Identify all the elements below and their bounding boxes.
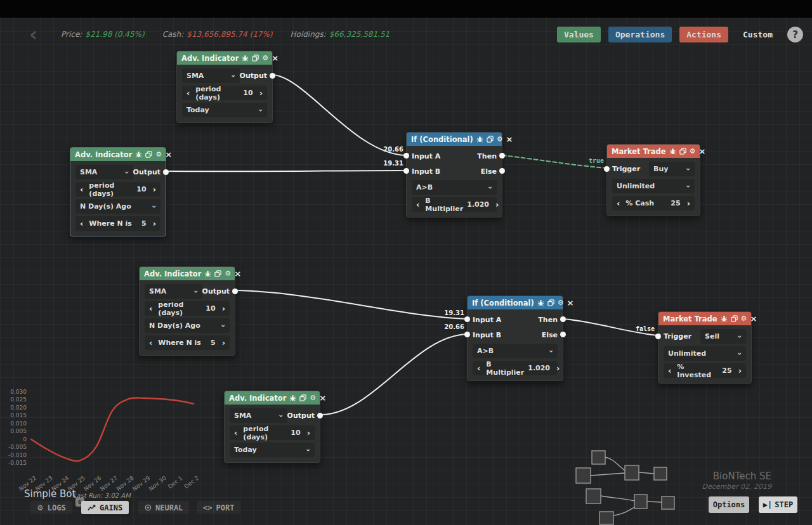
node-if-conditional-1[interactable]: If (Conditional) ⚙ × Input A Then Input … [406,132,502,217]
step-button[interactable]: ▶| STEP [759,496,797,513]
duplicate-icon[interactable] [679,148,686,155]
tab-values[interactable]: Values [557,27,601,42]
node-header[interactable]: If (Conditional) ⚙ × [468,296,563,309]
debug-icon[interactable] [476,136,483,143]
trigger-port[interactable] [604,166,610,172]
neural-button[interactable]: NEURAL [138,501,189,514]
else-port[interactable] [499,168,505,174]
chevron-left-icon[interactable]: ‹ [187,87,190,100]
indicator-select[interactable]: SMA › [230,408,287,423]
node-header[interactable]: Adv. Indicator ⚙ × [140,267,235,280]
input-a-port[interactable] [464,316,470,322]
duplicate-icon[interactable] [145,151,152,159]
period-stepper[interactable]: ‹ period (days) 10 › [145,301,230,316]
period-stepper[interactable]: ‹ period (days) 10 › [230,425,315,440]
back-button[interactable]: ‹ [29,24,37,44]
node-adv-indicator-4[interactable]: Adv. Indicator ⚙ × SMA › Output ‹ period… [224,391,320,463]
debug-icon[interactable] [204,270,211,278]
amount-stepper[interactable]: ‹ % Invested 25 › [664,363,746,378]
close-icon[interactable]: × [698,148,705,155]
chevron-right-icon[interactable]: › [153,183,156,196]
output-port[interactable] [232,288,238,294]
close-icon[interactable]: × [165,151,172,159]
node-adv-indicator-2[interactable]: Adv. Indicator ⚙ × SMA › Output ‹ period… [70,147,166,237]
chevron-left-icon[interactable]: ‹ [80,217,83,230]
close-icon[interactable]: × [506,136,513,143]
chevron-right-icon[interactable]: › [153,217,156,230]
timeframe-select[interactable]: Today › [182,103,267,117]
timeframe-select[interactable]: N Day(s) Ago › [145,318,230,333]
chevron-left-icon[interactable]: ‹ [668,365,671,377]
chevron-right-icon[interactable]: › [307,427,310,439]
close-icon[interactable]: × [750,315,757,323]
chevron-right-icon[interactable]: › [495,198,499,211]
chevron-right-icon[interactable]: › [738,365,742,377]
output-port[interactable] [270,73,275,79]
logs-button[interactable]: ⚙ LOGS [30,501,72,514]
debug-icon[interactable] [721,315,728,323]
close-icon[interactable]: × [234,270,241,278]
debug-icon[interactable] [289,394,296,402]
node-adv-indicator-1[interactable]: Adv. Indicator ⚙ × SMA › Output ‹ period… [176,51,273,123]
tab-operations[interactable]: Operations [608,27,672,42]
input-b-port[interactable] [403,168,409,174]
port-button[interactable]: <> PORT [197,501,240,514]
node-market-trade-sell[interactable]: Market Trade ⚙ × Trigger Sell › Unlimite… [658,311,752,384]
help-icon[interactable]: ? [787,27,803,42]
limit-select[interactable]: Unlimited › [664,346,746,361]
trigger-select[interactable]: Sell › [700,329,746,344]
node-header[interactable]: Adv. Indicator ⚙ × [225,391,320,405]
chevron-left-icon[interactable]: ‹ [234,427,237,439]
node-header[interactable]: Adv. Indicator ⚙ × [177,51,272,65]
debug-icon[interactable] [669,148,676,155]
else-port[interactable] [560,332,566,337]
close-icon[interactable]: × [319,394,326,402]
chevron-right-icon[interactable]: › [556,362,560,375]
options-button[interactable]: Options [709,496,749,513]
settings-icon[interactable]: ⚙ [558,299,564,307]
tab-custom[interactable]: Custom [736,27,780,42]
settings-icon[interactable]: ⚙ [262,55,268,62]
multiplier-stepper[interactable]: ‹ B Multiplier 1.020 › [473,361,558,375]
node-editor-canvas[interactable] [0,18,812,525]
node-header[interactable]: Adv. Indicator ⚙ × [70,148,166,161]
condition-select[interactable]: A>B › [473,344,558,358]
duplicate-icon[interactable] [214,270,221,278]
chevron-right-icon[interactable]: › [259,87,263,100]
debug-icon[interactable] [242,55,249,62]
close-icon[interactable]: × [567,299,574,307]
tab-actions[interactable]: Actions [679,27,728,42]
node-header[interactable]: Market Trade ⚙ × [607,145,700,158]
chevron-right-icon[interactable]: › [222,302,225,315]
node-adv-indicator-3[interactable]: Adv. Indicator ⚙ × SMA › Output ‹ period… [139,266,235,356]
amount-stepper[interactable]: ‹ % Cash 25 › [612,196,695,211]
debug-icon[interactable] [135,151,142,159]
chevron-left-icon[interactable]: ‹ [416,198,419,211]
chevron-left-icon[interactable]: ‹ [477,362,480,375]
n-stepper[interactable]: ‹ Where N is 5 › [145,335,230,350]
settings-icon[interactable]: ⚙ [741,315,747,323]
period-stepper[interactable]: ‹ period (days) 10 › [75,182,160,197]
limit-select[interactable]: Unlimited › [612,179,695,193]
period-stepper[interactable]: ‹ period (days) 10 › [182,86,267,100]
node-header[interactable]: If (Conditional) ⚙ × [407,133,502,146]
node-header[interactable]: Market Trade ⚙ × [658,312,751,325]
duplicate-icon[interactable] [547,299,554,307]
chevron-left-icon[interactable]: ‹ [149,302,152,315]
n-stepper[interactable]: ‹ Where N is 5 › [75,216,160,231]
output-port[interactable] [163,169,169,175]
multiplier-stepper[interactable]: ‹ B Multiplier 1.020 › [412,197,497,212]
node-if-conditional-2[interactable]: If (Conditional) ⚙ × Input A Then Input … [467,295,563,381]
duplicate-icon[interactable] [487,136,494,143]
settings-icon[interactable]: ⚙ [155,151,162,159]
debug-icon[interactable] [537,299,544,307]
chevron-left-icon[interactable]: ‹ [617,197,620,210]
node-market-trade-buy[interactable]: Market Trade ⚙ × Trigger Buy › Unlimited… [606,144,700,216]
trigger-port[interactable] [655,334,661,339]
condition-select[interactable]: A>B › [412,180,497,195]
then-port[interactable] [560,316,566,322]
timeframe-select[interactable]: N Day(s) Ago › [75,199,160,214]
chevron-right-icon[interactable]: › [222,337,225,349]
settings-icon[interactable]: ⚙ [310,394,316,402]
chevron-left-icon[interactable]: ‹ [80,183,83,196]
